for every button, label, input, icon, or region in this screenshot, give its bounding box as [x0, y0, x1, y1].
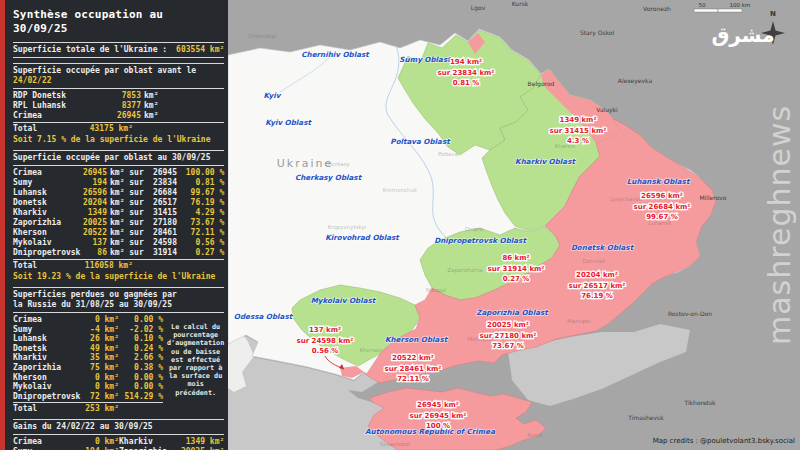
- city-label-faint: Poltava: [438, 151, 458, 157]
- table-row: Luhansk26596km² sur2668499.67 %: [13, 188, 224, 198]
- section-heading-monthly: Superficies perdues ou gagnées par la Ru…: [13, 287, 224, 313]
- total-area-row: Superficie totale de l'Ukraine : 603554 …: [13, 42, 224, 58]
- city-label: Timashevsk: [627, 414, 664, 421]
- table-gains: Crimea0 km²Kharkiv1349 km²Sumy194 km²Zap…: [13, 437, 224, 450]
- city-label: Belgorod: [528, 80, 555, 88]
- city-label-faint: Nikopol: [426, 287, 447, 294]
- table-current: Crimea26945km² sur26945100.00 %Sumy194km…: [13, 168, 224, 258]
- table-row: Donetsk49 km²0.24 %: [13, 344, 163, 354]
- oblast-label: Luhansk Oblast: [627, 177, 691, 186]
- share-note-before: Soit 7.15 % de la superficie de l'Ukrain…: [13, 135, 224, 145]
- occupation-stat-label: 76.19 %: [581, 292, 613, 300]
- table-row: Zaporizhia75 km²0.38 %: [13, 363, 163, 373]
- table-row: Crimea26945km² sur26945100.00 %: [13, 168, 224, 178]
- map-credits: Map credits : @pouletvolant3.bsky.social: [653, 437, 795, 445]
- total-row-current: Total 116058 km²: [13, 259, 224, 271]
- occupation-stat-label: sur 23834 km²: [438, 69, 495, 77]
- oblast-label: Zaporizhia Oblast: [476, 308, 549, 317]
- table-row: Kharkiv1349km² sur314154.29 %: [13, 208, 224, 218]
- oblast-label: Kyiv Oblast: [265, 118, 312, 127]
- section-heading-before: Superficie occupée par oblast avant le 2…: [13, 63, 224, 89]
- scale-bar-right: [718, 9, 742, 12]
- city-label: Voronezh: [643, 5, 671, 12]
- stats-panel: Synthèse occupation au 30/09/25 Superfic…: [0, 0, 228, 450]
- occupation-stat-label: 73.67 %: [492, 342, 524, 350]
- section-heading-current: Superficie occupée par oblast au 30/09/2…: [13, 150, 224, 166]
- table-row: Mykolaiv137km² sur245980.56 %: [13, 238, 224, 248]
- occupation-stat-label: 0.27 %: [503, 275, 530, 283]
- city-label: Stary Oskol: [580, 29, 615, 37]
- table-row: Dnipropetrovsk86km² sur319140.27 %: [13, 248, 224, 258]
- city-label: Alexeyevka: [618, 77, 653, 85]
- oblast-label: Kherson Oblast: [385, 335, 449, 344]
- occupation-stat-label: 0.81 %: [453, 79, 480, 87]
- table-row: Luhansk26 km²0.10 %: [13, 334, 163, 344]
- occupation-stat-label: 100 %: [426, 422, 450, 430]
- map-canvas: Ukraine Chernihiv OblastSumy OblastKyivK…: [228, 0, 800, 450]
- occupation-stat-label: sur 26517 km²: [569, 282, 626, 290]
- city-label-faint: Kremenchuk: [383, 187, 418, 193]
- occupation-stat-label: sur 31914 km²: [488, 265, 545, 273]
- table-row: Crimea0 km²0.00 %: [13, 315, 163, 325]
- map-svg: Ukraine Chernihiv OblastSumy OblastKyivK…: [228, 0, 800, 450]
- city-label: Lgov: [471, 4, 486, 12]
- occupation-stat-label: 99.67 %: [646, 213, 678, 221]
- table-row: Crimea26945km²: [13, 111, 224, 121]
- infographic: Synthèse occupation au 30/09/25 Superfic…: [0, 0, 800, 450]
- city-label-faint: Cherkasy: [324, 161, 350, 168]
- occupation-stat-label: 86 km²: [502, 254, 529, 262]
- occupation-stat-label: 20025 km²: [487, 321, 529, 329]
- oblast-label: Cherkasy Oblast: [295, 173, 363, 182]
- city-label-faint: Zaporizhzhia: [447, 267, 482, 274]
- city-label-faint: Dnipro: [465, 226, 484, 233]
- city-label-faint: Donetsk: [583, 258, 606, 264]
- occupation-stat-label: 194 km²: [450, 58, 482, 66]
- table-row: Dnipropetrovsk72 km²514.29 %: [13, 392, 163, 402]
- total-area-value: 603554 km²: [176, 45, 224, 55]
- occupation-stat-label: 20204 km²: [576, 271, 618, 279]
- occupation-stat-label: 20522 km²: [392, 354, 434, 362]
- occupation-stat-label: 72.11 %: [397, 375, 429, 383]
- city-label-faint: Kropyvnytskyi: [328, 224, 367, 231]
- occupation-stat-label: sur 26684 km²: [634, 203, 691, 211]
- share-note-current: Soit 19.23 % de la superficie de l'Ukrai…: [13, 272, 224, 282]
- occupation-stat-label: 4.3 %: [567, 137, 589, 145]
- occupation-stat-label: sur 26945 km²: [410, 412, 467, 420]
- table-row: Sumy-4 km²-2.02 %: [13, 325, 163, 335]
- occupation-stat-label: sur 31415 km²: [550, 127, 607, 135]
- scale-label-50: 50: [699, 2, 706, 8]
- table-row: Mykolaiv0 km²0.00 %: [13, 382, 163, 392]
- occupation-stat-label: 1349 km²: [560, 116, 597, 124]
- compass-n-label: N: [770, 10, 776, 18]
- panel-title: Synthèse occupation au 30/09/25: [13, 8, 224, 36]
- table-row: Donetsk20204km² sur2651776.19 %: [13, 198, 224, 208]
- city-label: Valuyki: [596, 106, 618, 114]
- oblast-label: Odessa Oblast: [234, 312, 294, 321]
- watermark-text: mashreghnews: [762, 105, 797, 345]
- table-row: Kherson20522km² sur2846172.11 %: [13, 228, 224, 238]
- city-label-faint: Chornobyl: [248, 33, 276, 40]
- occupation-stat-label: sur 28461 km²: [385, 365, 442, 373]
- oblast-label: Kyiv: [264, 91, 282, 100]
- city-label: Kursk: [512, 0, 529, 7]
- occupation-stat-label: 0.56 %: [312, 347, 339, 355]
- city-label: Millerovo: [699, 194, 726, 201]
- section-heading-gains: Gains du 24/02/22 au 30/09/25: [13, 419, 224, 435]
- table-monthly: Crimea0 km²0.00 %Sumy-4 km²-2.02 %Luhans…: [13, 315, 163, 401]
- table-row: Crimea0 km²Kharkiv1349 km²: [13, 437, 224, 447]
- oblast-label: Donetsk Oblast: [571, 243, 635, 252]
- oblast-label: Chernihiv Oblast: [301, 50, 370, 59]
- occupation-stat-label: 26596 km²: [641, 192, 683, 200]
- occupation-stat-label: sur 24598 km²: [297, 337, 354, 345]
- city-label-faint: Mariupol: [567, 318, 591, 325]
- table-row: Zaporizhia20025km² sur2718073.67 %: [13, 218, 224, 228]
- percentage-method-note: Le calcul du pourcentage d'augmentation …: [163, 315, 224, 414]
- occupation-stat-label: 137 km²: [309, 326, 341, 334]
- scale-bar-left: [694, 9, 718, 12]
- oblast-label: Mykolaiv Oblast: [311, 296, 377, 305]
- table-row: Kharkiv35 km²2.66 %: [13, 353, 163, 363]
- total-area-label: Superficie totale de l'Ukraine :: [13, 45, 167, 55]
- table-row: Kherson0 km²0.00 %: [13, 373, 163, 383]
- city-label: Rostov-on-Don: [668, 310, 712, 317]
- oblast-label: Kirovohrad Oblast: [325, 233, 400, 242]
